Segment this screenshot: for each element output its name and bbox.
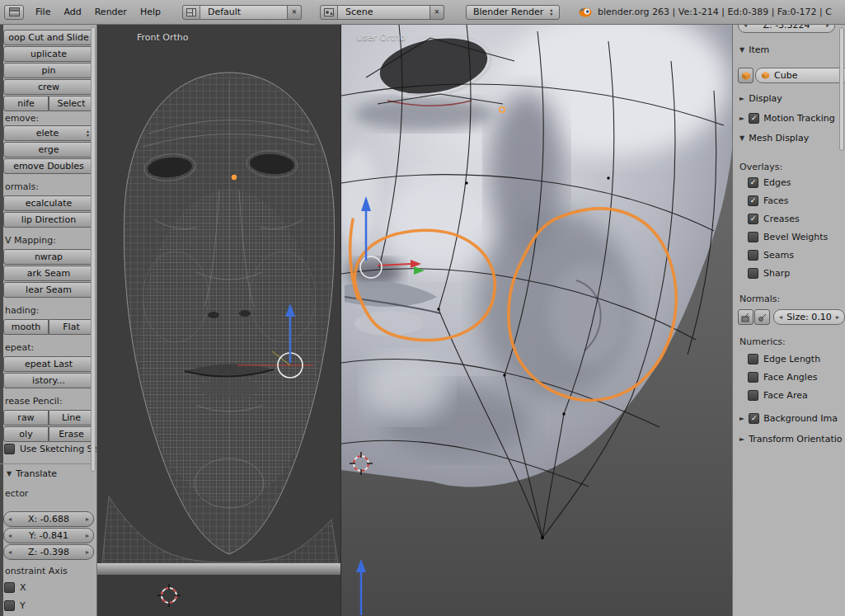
viewport-front-label: Front Ortho xyxy=(137,32,189,43)
operator-panel-title: Translate xyxy=(16,468,57,479)
panel-header-display[interactable]: ► Display xyxy=(739,93,782,104)
operator-panel-translate[interactable]: ▼ Translate xyxy=(7,468,57,479)
constraint-axis-y-checkbox[interactable]: Y xyxy=(4,600,26,611)
slider-right-arrow-icon[interactable]: ▸ xyxy=(86,548,89,556)
panel-header-mesh-display[interactable]: ▼ Mesh Display xyxy=(739,133,809,143)
checkbox-box-checked[interactable]: ✓ xyxy=(749,113,759,124)
check-icon: ✓ xyxy=(750,215,757,223)
tool-duplicate-button[interactable]: uplicate xyxy=(3,46,94,62)
slider-value: Z: -3.3224 xyxy=(763,25,810,31)
tool-repeat-last-button[interactable]: epeat Last xyxy=(3,356,94,372)
panel-title: Item xyxy=(749,45,769,55)
viewport-user-canvas[interactable] xyxy=(341,25,732,616)
checkbox-label: Y xyxy=(20,600,26,611)
translate-z-slider[interactable]: ◂ Z: -0.398 ▸ xyxy=(3,544,94,560)
screen-layout-close-button[interactable]: ✕ xyxy=(288,5,302,20)
slider-left-arrow-icon[interactable]: ◂ xyxy=(8,515,12,523)
tool-flip-direction-button[interactable]: lip Direction xyxy=(3,212,94,228)
screen-layout-field[interactable]: Default xyxy=(200,5,288,20)
menu-bar: File Add Render Help xyxy=(29,7,167,17)
overlay-faces-checkbox[interactable]: ✓ Faces xyxy=(748,195,789,206)
tool-shelf-scrollbar[interactable] xyxy=(91,26,96,472)
panel-header-item[interactable]: ▼ Item xyxy=(739,45,769,55)
tool-flat-button[interactable]: Flat xyxy=(49,319,94,335)
slider-left-arrow-icon[interactable]: ◂ xyxy=(8,532,12,539)
menu-add[interactable]: Add xyxy=(57,7,87,17)
tool-recalculate-button[interactable]: ecalculate xyxy=(3,195,94,211)
datablock-cube-button[interactable] xyxy=(738,68,753,83)
tool-merge-button[interactable]: erge xyxy=(3,142,94,158)
menu-file[interactable]: File xyxy=(29,7,57,17)
object-origin-dot xyxy=(232,175,237,180)
tool-spin-button[interactable]: pin xyxy=(3,63,94,78)
panel-header-transform-orientations[interactable]: ► Transform Orientatio xyxy=(739,434,843,444)
slider-left-arrow-icon[interactable]: ◂ xyxy=(744,25,747,29)
tool-gp-draw-button[interactable]: raw xyxy=(3,410,49,426)
z-location-slider[interactable]: ◂ Z: -3.3224 ▸ xyxy=(738,25,835,33)
tool-loop-cut-button[interactable]: oop Cut and Slide xyxy=(3,30,94,45)
overlay-seams-checkbox[interactable]: Seams xyxy=(748,250,794,261)
tool-clear-seam-button[interactable]: lear Seam xyxy=(3,282,94,298)
viewport-front-canvas[interactable] xyxy=(97,25,340,616)
checkbox-box xyxy=(748,268,758,279)
grease-pencil-section-label: rease Pencil: xyxy=(5,396,63,407)
tool-knife-select-button[interactable]: Select xyxy=(49,96,94,111)
overlay-bevel-weights-checkbox[interactable]: Bevel Weights xyxy=(748,232,828,242)
overlay-creases-checkbox[interactable]: ✓ Creases xyxy=(748,214,800,224)
slider-right-arrow-icon[interactable]: ▸ xyxy=(826,25,829,29)
checkbox-label: X xyxy=(20,582,26,593)
tool-remove-doubles-button[interactable]: emove Doubles xyxy=(3,158,94,174)
scene-browse-button[interactable] xyxy=(320,5,338,20)
use-sketching-session-checkbox[interactable]: Use Sketching Sessio xyxy=(4,444,97,454)
scene-selector: Scene ✕ xyxy=(320,5,444,20)
tool-smooth-button[interactable]: mooth xyxy=(3,319,49,335)
scene-name-value: Scene xyxy=(345,7,373,17)
numerics-face-area-checkbox[interactable]: Face Area xyxy=(748,390,808,401)
overlay-sharp-checkbox[interactable]: Sharp xyxy=(748,268,790,279)
translate-x-slider[interactable]: ◂ X: -0.688 ▸ xyxy=(3,511,94,527)
object-name-field[interactable]: Cube xyxy=(755,68,845,83)
vertex-normals-toggle-button[interactable] xyxy=(754,309,770,325)
tool-delete-menu[interactable]: elete ▴▾ xyxy=(3,125,94,141)
tool-history-button[interactable]: istory... xyxy=(3,373,94,388)
cube-icon xyxy=(741,71,751,81)
overlay-edges-checkbox[interactable]: ✓ Edges xyxy=(748,177,791,188)
tool-gp-poly-button[interactable]: oly xyxy=(3,426,49,442)
tool-unwrap-button[interactable]: nwrap xyxy=(3,249,94,265)
menu-help[interactable]: Help xyxy=(134,7,167,17)
scene-name-field[interactable]: Scene xyxy=(338,5,430,20)
numerics-edge-length-checkbox[interactable]: Edge Length xyxy=(748,354,820,364)
slider-right-arrow-icon[interactable]: ▸ xyxy=(836,313,839,321)
menu-arrows-icon: ▴▾ xyxy=(87,129,89,137)
collapse-triangle-icon: ▼ xyxy=(7,470,12,477)
slider-right-arrow-icon[interactable]: ▸ xyxy=(86,515,89,523)
translate-y-slider[interactable]: ◂ Y: -0.841 ▸ xyxy=(3,528,94,543)
normals-size-slider[interactable]: ◂ Size: 0.10 ▸ xyxy=(773,309,845,325)
viewport-front[interactable]: Front Ortho xyxy=(97,25,340,616)
tool-knife-button[interactable]: nife xyxy=(3,96,49,111)
properties-panel-scrollbar[interactable] xyxy=(839,27,844,151)
tool-mark-seam-button[interactable]: ark Seam xyxy=(3,266,94,281)
numerics-face-angles-checkbox[interactable]: Face Angles xyxy=(748,372,817,383)
slider-left-arrow-icon[interactable]: ◂ xyxy=(8,548,12,556)
slider-left-arrow-icon[interactable]: ◂ xyxy=(779,313,782,321)
panel-header-background-images[interactable]: ► ✓ Background Ima xyxy=(739,413,838,424)
tool-screw-button[interactable]: crew xyxy=(3,79,94,95)
checkbox-box-checked[interactable]: ✓ xyxy=(749,413,759,424)
checkbox-box xyxy=(748,232,758,242)
screen-browse-button[interactable] xyxy=(182,5,200,20)
constraint-axis-x-checkbox[interactable]: X xyxy=(4,582,26,593)
screen-layout-icon xyxy=(186,8,196,16)
tool-gp-line-button[interactable]: Line xyxy=(49,410,94,426)
face-normal-icon xyxy=(741,313,751,322)
panel-header-motion-tracking[interactable]: ► ✓ Motion Tracking xyxy=(739,113,835,124)
menu-render[interactable]: Render xyxy=(88,7,134,17)
slider-right-arrow-icon[interactable]: ▸ xyxy=(86,532,89,539)
tool-gp-erase-button[interactable]: Erase xyxy=(49,426,94,442)
render-engine-dropdown[interactable]: Blender Render ▴▾ xyxy=(466,5,560,20)
scene-close-button[interactable]: ✕ xyxy=(430,5,444,20)
collapse-triangle-icon: ▼ xyxy=(739,46,744,54)
viewport-user[interactable]: User Ortho xyxy=(340,25,732,616)
editor-type-button[interactable] xyxy=(4,5,24,20)
face-normals-toggle-button[interactable] xyxy=(738,309,753,325)
